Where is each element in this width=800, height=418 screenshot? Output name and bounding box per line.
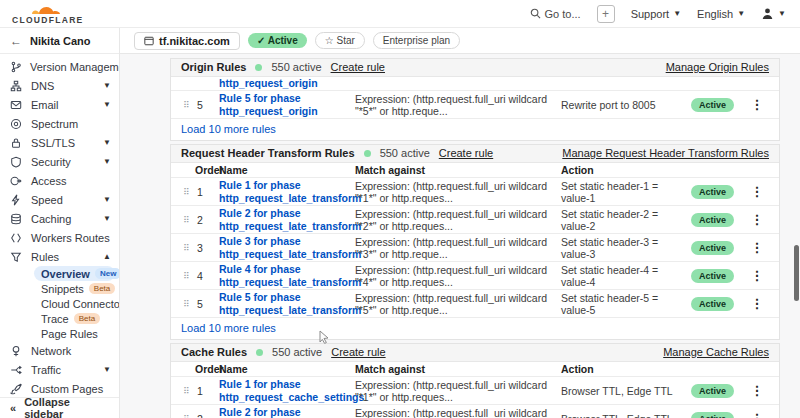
sidebar-item-label: Trace	[41, 313, 69, 325]
drag-handle-icon[interactable]: ⠿	[177, 243, 195, 253]
kebab-menu-icon[interactable]: ⋮	[747, 240, 767, 255]
sidebar-item-overview[interactable]: Overview New	[34, 266, 115, 281]
load-more-link[interactable]: Load 10 more rules	[171, 317, 779, 339]
manage-origin-rules-link[interactable]: Manage Origin Rules	[666, 61, 769, 73]
status-badge: Active	[691, 269, 734, 283]
drag-handle-icon[interactable]: ⠿	[177, 271, 195, 281]
kebab-menu-icon[interactable]: ⋮	[747, 296, 767, 311]
back-arrow-icon[interactable]: ←	[10, 34, 22, 48]
user-account-menu[interactable]: ▼	[761, 7, 786, 20]
origin-rules-card: Origin Rules 550 active Create rule Mana…	[170, 58, 780, 141]
sidebar-item-label: Security	[31, 156, 103, 168]
rule-name-link[interactable]: Rule 1 for phasehttp_request_cache_setti…	[219, 378, 355, 403]
sidebar-item-page-rules[interactable]: Page Rules	[0, 326, 119, 341]
sidebar-item-version-management[interactable]: Version Management	[0, 57, 119, 76]
go-to-search[interactable]: Go to...	[530, 8, 581, 20]
manage-cache-rules-link[interactable]: Manage Cache Rules	[663, 346, 769, 358]
search-icon	[530, 8, 541, 19]
sidebar-item-network[interactable]: Network	[0, 341, 119, 360]
sidebar-item-trace[interactable]: Trace Beta	[0, 311, 119, 326]
collapse-sidebar-button[interactable]: « Collapse sidebar	[0, 397, 119, 418]
sidebar-item-label: Page Rules	[41, 328, 98, 340]
sidebar-item-label: Custom Pages	[31, 383, 111, 395]
status-badge: Active	[691, 384, 734, 398]
status-badge: Active	[691, 412, 734, 418]
cloudflare-logo[interactable]: CLOUDFLARE	[12, 2, 84, 25]
database-icon	[10, 212, 23, 225]
star-button[interactable]: ☆ Star	[315, 32, 365, 49]
kebab-menu-icon[interactable]: ⋮	[747, 97, 767, 112]
column-match: Match against	[355, 164, 561, 176]
rule-action: Set static header-1 = value-1	[561, 180, 691, 204]
create-rule-link[interactable]: Create rule	[331, 346, 385, 358]
traffic-icon	[10, 363, 23, 376]
cache-rules-header: Cache Rules 550 active Create rule Manag…	[171, 344, 779, 362]
rule-name-link[interactable]: Rule 1 for phasehttp_request_late_transf…	[219, 179, 355, 204]
sidebar-item-rules[interactable]: Rules ▲	[0, 247, 119, 266]
sidebar-item-label: Spectrum	[31, 118, 111, 130]
add-site-button[interactable]: +	[597, 5, 615, 23]
rule-action: Browser TTL, Edge TTL	[561, 385, 691, 397]
rule-name-link[interactable]: Rule 5 for phasehttp_request_late_transf…	[219, 291, 355, 316]
sidebar-item-access[interactable]: Access	[0, 171, 119, 190]
kebab-menu-icon[interactable]: ⋮	[747, 212, 767, 227]
kebab-menu-icon[interactable]: ⋮	[747, 184, 767, 199]
sidebar-item-snippets[interactable]: Snippets Beta	[0, 281, 119, 296]
rule-name-link[interactable]: Rule 4 for phasehttp_request_late_transf…	[219, 263, 355, 288]
beta-badge: Beta	[89, 283, 115, 294]
load-more-link[interactable]: Load 10 more rules	[171, 118, 779, 140]
rule-name-link[interactable]: Rule 2 for phasehttp_request_late_transf…	[219, 207, 355, 232]
rule-name-link[interactable]: Rule 3 for phasehttp_request_late_transf…	[219, 235, 355, 260]
sidebar-item-spectrum[interactable]: Spectrum	[0, 114, 119, 133]
sidebar-item-email[interactable]: Email ▼	[0, 95, 119, 114]
sidebar-item-speed[interactable]: Speed ▼	[0, 190, 119, 209]
drag-handle-icon[interactable]: ⠿	[177, 187, 195, 197]
create-rule-link[interactable]: Create rule	[331, 61, 385, 73]
kebab-menu-icon[interactable]: ⋮	[747, 411, 767, 418]
sidebar-item-dns[interactable]: DNS ▼	[0, 76, 119, 95]
rule-order: 2	[195, 413, 219, 418]
rule-name-link[interactable]: http_request_origin	[219, 77, 619, 90]
sidebar-item-caching[interactable]: Caching ▼	[0, 209, 119, 228]
rule-name-link[interactable]: Rule 2 for phasehttp_request_cache_setti…	[219, 406, 355, 418]
lightning-icon	[10, 193, 23, 206]
network-icon	[10, 344, 23, 357]
kebab-menu-icon[interactable]: ⋮	[747, 268, 767, 283]
vertical-scrollbar-thumb[interactable]	[794, 245, 799, 301]
rule-match: Expression: (http.request.full_uri wildc…	[355, 379, 561, 403]
support-menu[interactable]: Support ▼	[631, 8, 681, 20]
domain-selector[interactable]: tf.nikitac.com	[134, 32, 240, 50]
drag-handle-icon[interactable]: ⠿	[177, 299, 195, 309]
sidebar-item-ssl-tls[interactable]: SSL/TLS ▼	[0, 133, 119, 152]
table-row: ⠿ 5 Rule 5 for phasehttp_request_late_tr…	[171, 289, 779, 317]
sidebar-item-cloud-connector[interactable]: Cloud Connector Beta	[0, 296, 119, 311]
language-menu[interactable]: English ▼	[697, 8, 745, 20]
table-row: ⠿ 4 Rule 4 for phasehttp_request_late_tr…	[171, 261, 779, 289]
request-header-transform-rules-card: Request Header Transform Rules 550 activ…	[170, 144, 780, 340]
drag-handle-icon[interactable]: ⠿	[177, 414, 195, 418]
account-header[interactable]: ← Nikita Cano	[0, 28, 119, 54]
rule-action: Rewrite port to 8005	[561, 99, 691, 111]
table-row: ⠿ 3 Rule 3 for phasehttp_request_late_tr…	[171, 233, 779, 261]
sidebar-item-traffic[interactable]: Traffic ▼	[0, 360, 119, 379]
sidebar-item-custom-pages[interactable]: Custom Pages	[0, 379, 119, 397]
sidebar-item-security[interactable]: Security ▼	[0, 152, 119, 171]
kebab-menu-icon[interactable]: ⋮	[747, 383, 767, 398]
rule-order: 5	[195, 298, 219, 310]
status-badge: Active	[691, 241, 734, 255]
chevron-down-icon: ▼	[103, 195, 111, 204]
rule-match: Expression: (http.request.full_uri wildc…	[355, 407, 561, 418]
dns-icon	[10, 79, 23, 92]
manage-transform-rules-link[interactable]: Manage Request Header Transform Rules	[562, 147, 769, 159]
create-rule-link[interactable]: Create rule	[439, 147, 493, 159]
active-dot-icon	[255, 64, 262, 71]
chevron-down-icon: ▼	[103, 138, 111, 147]
chevron-down-icon: ▼	[103, 365, 111, 374]
rule-name-link[interactable]: Rule 5 for phasehttp_request_origin	[219, 92, 355, 117]
workers-icon	[10, 231, 23, 244]
drag-handle-icon[interactable]: ⠿	[177, 215, 195, 225]
drag-handle-icon[interactable]: ⠿	[177, 386, 195, 396]
drag-handle-icon[interactable]: ⠿	[177, 100, 195, 110]
rule-action: Set static header-3 = value-3	[561, 236, 691, 260]
sidebar-item-workers-routes[interactable]: Workers Routes	[0, 228, 119, 247]
